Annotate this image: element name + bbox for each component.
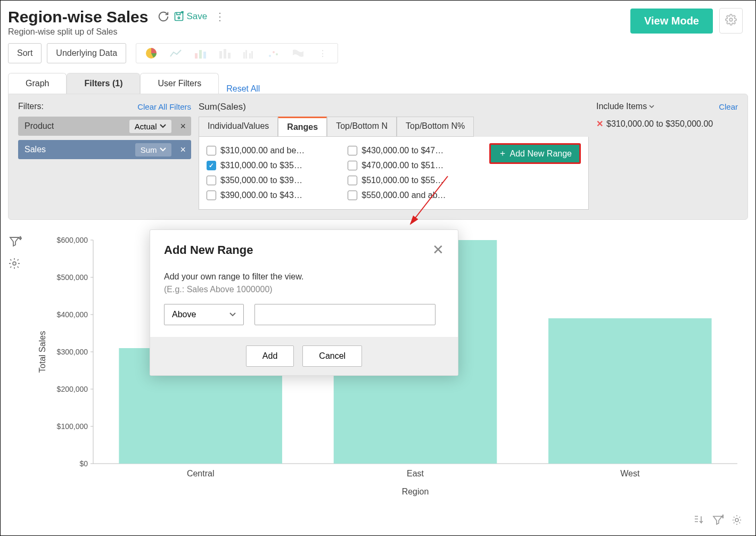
svg-rect-11 (243, 52, 245, 59)
include-clear-link[interactable]: Clear (719, 102, 738, 111)
line-chart-icon[interactable] (168, 47, 183, 60)
svg-rect-14 (251, 51, 253, 59)
sort-az-icon[interactable] (693, 514, 704, 528)
refresh-icon[interactable] (158, 11, 169, 22)
filter-chip-product[interactable]: Product Actual × (18, 117, 191, 136)
range-checkbox[interactable] (348, 176, 357, 185)
settings-icon[interactable] (719, 8, 743, 34)
map-icon[interactable] (291, 47, 306, 60)
underlying-data-button[interactable]: Underlying Data (47, 43, 126, 63)
funnel-add-icon[interactable]: + (8, 235, 22, 251)
cancel-button[interactable]: Cancel (302, 345, 362, 367)
svg-text:Total Sales: Total Sales (38, 331, 47, 373)
range-checkbox[interactable] (348, 191, 357, 200)
svg-text:$100,000: $100,000 (57, 422, 88, 431)
tab-graph[interactable]: Graph (8, 73, 67, 94)
svg-rect-8 (219, 51, 222, 59)
scatter-icon[interactable] (266, 47, 281, 60)
add-new-range-dialog: Add New Range ✕ Add your own range to fi… (150, 229, 458, 376)
svg-point-19 (13, 262, 16, 265)
svg-text:$400,000: $400,000 (57, 310, 88, 319)
svg-text:*: * (182, 11, 184, 15)
remove-sales-filter[interactable]: × (175, 144, 191, 155)
svg-point-1 (178, 17, 180, 19)
page-title: Region-wise Sales (8, 8, 148, 26)
funnel-add-icon[interactable]: + (712, 514, 724, 528)
stacked-bar-icon[interactable] (217, 47, 232, 60)
svg-text:East: East (407, 469, 424, 478)
svg-text:Central: Central (187, 469, 215, 478)
range-checkbox[interactable] (207, 146, 216, 155)
svg-rect-10 (228, 53, 231, 59)
page-subtitle: Region-wise split up of Sales (8, 27, 148, 37)
view-mode-button[interactable]: View Mode (630, 9, 713, 34)
svg-rect-13 (249, 53, 251, 59)
svg-text:Region: Region (402, 487, 429, 496)
pie-chart-icon[interactable] (144, 47, 159, 60)
gear-icon[interactable] (8, 257, 22, 272)
svg-text:$600,000: $600,000 (57, 236, 88, 244)
add-new-range-button[interactable]: ＋ Add New Range (489, 143, 581, 164)
svg-point-17 (276, 53, 278, 55)
svg-point-16 (273, 51, 275, 53)
tab-top-bottom-n-pct[interactable]: Top/Bottom N% (397, 117, 474, 137)
chart-type-selector: ⋮ (136, 43, 338, 63)
tab-top-bottom-n[interactable]: Top/Bottom N (327, 117, 397, 137)
close-icon[interactable]: ✕ (432, 242, 444, 258)
dialog-example: (E.g.: Sales Above 1000000) (164, 285, 444, 294)
svg-text:$0: $0 (79, 459, 88, 468)
range-checkbox[interactable] (348, 146, 357, 155)
svg-rect-6 (199, 50, 202, 59)
svg-text:$200,000: $200,000 (57, 385, 88, 393)
range-checkbox[interactable] (207, 191, 216, 200)
svg-text:West: West (620, 469, 640, 478)
bar-chart-icon[interactable] (193, 47, 208, 60)
tab-user-filters[interactable]: User Filters (140, 73, 219, 94)
sort-button[interactable]: Sort (8, 43, 42, 63)
include-items-dropdown[interactable]: Include Items (596, 102, 654, 111)
svg-text:+: + (721, 514, 724, 519)
range-checkbox[interactable] (348, 161, 357, 170)
more-charts-icon[interactable]: ⋮ (315, 47, 330, 60)
dialog-desc: Add your own range to filter the view. (164, 272, 444, 282)
svg-rect-40 (548, 318, 712, 464)
filters-heading: Filters: (18, 102, 44, 111)
remove-product-filter[interactable]: × (175, 121, 191, 132)
svg-point-15 (269, 55, 271, 57)
svg-text:+: + (19, 235, 22, 241)
tab-filters[interactable]: Filters (1) (67, 73, 140, 94)
grouped-bar-icon[interactable] (242, 47, 257, 60)
range-checkbox[interactable] (207, 176, 216, 185)
svg-point-46 (735, 518, 738, 522)
tab-ranges[interactable]: Ranges (278, 117, 327, 137)
add-button[interactable]: Add (246, 345, 294, 367)
svg-point-3 (729, 18, 733, 21)
save-button[interactable]: * Save (174, 11, 207, 22)
range-value-input[interactable] (254, 304, 435, 325)
svg-rect-5 (195, 53, 198, 59)
sales-aggregate-dropdown[interactable]: Sum (135, 143, 172, 156)
svg-rect-9 (224, 49, 226, 59)
filter-metric-title: Sum(Sales) (199, 102, 589, 112)
more-icon[interactable]: ⋮ (211, 10, 228, 23)
remove-include-item[interactable]: ✕ (596, 119, 603, 129)
product-aggregate-dropdown[interactable]: Actual (129, 120, 172, 133)
clear-all-filters-link[interactable]: Clear All Filters (137, 102, 191, 111)
included-range-item: ✕ $310,000.00 to $350,000.00 (596, 119, 738, 129)
reset-all-link[interactable]: Reset All (226, 84, 260, 94)
tab-individual-values[interactable]: IndividualValues (199, 117, 278, 137)
svg-text:$500,000: $500,000 (57, 273, 88, 282)
svg-rect-7 (203, 52, 206, 59)
svg-rect-12 (245, 50, 247, 59)
svg-text:$300,000: $300,000 (57, 348, 88, 356)
filter-chip-sales[interactable]: Sales Sum × (18, 140, 191, 159)
gear-icon[interactable] (731, 514, 743, 528)
range-condition-select[interactable]: Above (164, 304, 244, 325)
range-checkbox[interactable] (207, 161, 216, 170)
dialog-title: Add New Range (164, 243, 253, 257)
